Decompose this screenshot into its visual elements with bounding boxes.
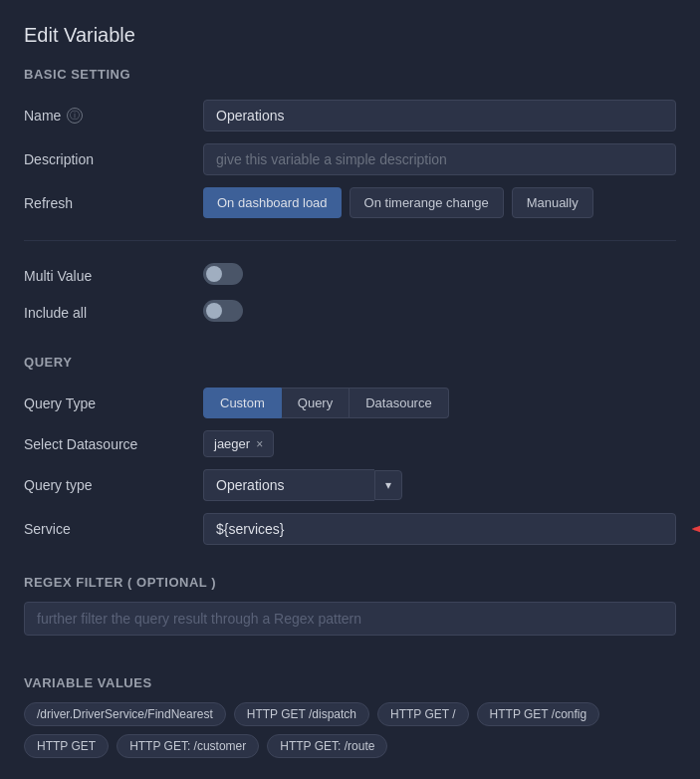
datasource-value: jaeger bbox=[214, 436, 250, 451]
basic-setting-label: Basic Setting bbox=[24, 67, 676, 82]
query-type-button-group: Custom Query Datasource bbox=[203, 388, 676, 418]
query-section-label: Query bbox=[24, 355, 676, 370]
divider-1 bbox=[24, 240, 676, 241]
variable-values-label: Variable Values bbox=[24, 675, 676, 690]
chevron-down-icon[interactable]: ▾ bbox=[374, 470, 402, 500]
datasource-tag: jaeger × bbox=[203, 430, 274, 457]
variable-values-tags: /driver.DriverService/FindNearest HTTP G… bbox=[24, 702, 676, 758]
query-type-row-label: Query type bbox=[24, 477, 92, 493]
list-item: HTTP GET: /route bbox=[267, 734, 387, 758]
refresh-button-group: On dashboard load On timerange change Ma… bbox=[203, 187, 676, 218]
list-item: /driver.DriverService/FindNearest bbox=[24, 702, 226, 726]
regex-filter-section: Regex Filter ( optional ) bbox=[24, 575, 676, 651]
remove-datasource-icon[interactable]: × bbox=[256, 437, 263, 451]
include-all-toggle[interactable] bbox=[203, 300, 243, 322]
query-btn-custom[interactable]: Custom bbox=[203, 388, 282, 418]
regex-filter-label: Regex Filter ( optional ) bbox=[24, 575, 676, 590]
list-item: HTTP GET /config bbox=[477, 702, 600, 726]
description-input[interactable] bbox=[203, 143, 676, 175]
variable-values-section: Variable Values /driver.DriverService/Fi… bbox=[24, 675, 676, 758]
include-all-label: Include all bbox=[24, 305, 87, 321]
service-input[interactable] bbox=[203, 513, 676, 545]
refresh-row: Refresh On dashboard load On timerange c… bbox=[24, 181, 676, 224]
red-arrow-icon bbox=[686, 515, 700, 543]
query-type-label: Query Type bbox=[24, 395, 96, 411]
list-item: HTTP GET: /customer bbox=[117, 734, 259, 758]
refresh-btn-timerange[interactable]: On timerange change bbox=[350, 187, 504, 218]
description-label: Description bbox=[24, 151, 94, 167]
basic-setting-section: Basic Setting Name ⓘ Description bbox=[24, 67, 676, 331]
multi-value-toggle[interactable] bbox=[203, 263, 243, 285]
toggle-table: Multi Value Include all bbox=[24, 257, 676, 331]
include-all-row: Include all bbox=[24, 294, 676, 331]
query-type-dropdown-row: Query type Operations ▾ bbox=[24, 463, 676, 507]
basic-setting-table: Name ⓘ Description Refresh bbox=[24, 94, 676, 224]
service-label: Service bbox=[24, 521, 71, 537]
refresh-btn-manually[interactable]: Manually bbox=[512, 187, 593, 218]
multi-value-row: Multi Value bbox=[24, 257, 676, 294]
service-row: Service bbox=[24, 507, 676, 551]
name-input[interactable] bbox=[203, 100, 676, 131]
description-row: Description bbox=[24, 137, 676, 181]
multi-value-label: Multi Value bbox=[24, 268, 92, 284]
refresh-btn-dashboard[interactable]: On dashboard load bbox=[203, 187, 342, 218]
info-icon: ⓘ bbox=[67, 108, 83, 124]
list-item: HTTP GET /dispatch bbox=[234, 702, 369, 726]
refresh-label: Refresh bbox=[24, 195, 73, 211]
list-item: HTTP GET / bbox=[377, 702, 469, 726]
query-btn-query[interactable]: Query bbox=[282, 388, 350, 418]
query-type-dropdown[interactable]: Operations ▾ bbox=[203, 469, 402, 501]
list-item: HTTP GET bbox=[24, 734, 109, 758]
query-table: Query Type Custom Query Datasource Selec… bbox=[24, 382, 676, 551]
query-btn-datasource[interactable]: Datasource bbox=[350, 388, 448, 418]
select-datasource-label: Select Datasource bbox=[24, 436, 137, 452]
name-label: Name bbox=[24, 108, 61, 124]
query-type-row: Query Type Custom Query Datasource bbox=[24, 382, 676, 424]
query-section: Query Query Type Custom Query Datasource… bbox=[24, 355, 676, 551]
name-row: Name ⓘ bbox=[24, 94, 676, 137]
regex-input[interactable] bbox=[24, 602, 676, 636]
select-datasource-row: Select Datasource jaeger × bbox=[24, 424, 676, 463]
page-title: Edit Variable bbox=[24, 24, 676, 47]
query-type-dropdown-value: Operations bbox=[203, 469, 374, 501]
